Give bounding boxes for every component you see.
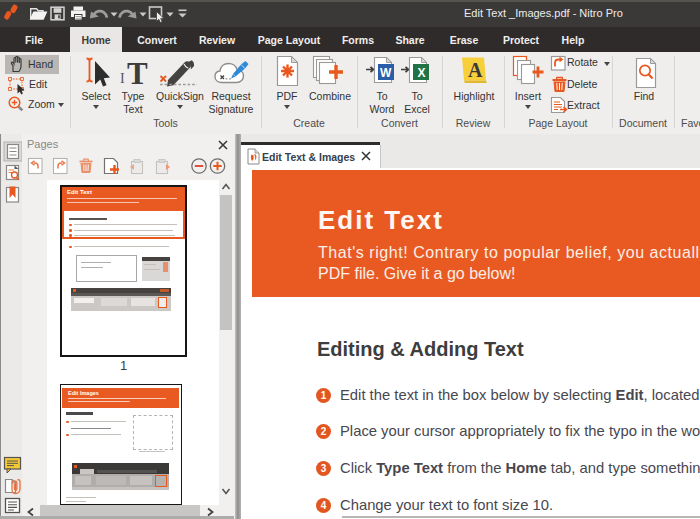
svg-text:W: W [380,66,392,80]
svg-text:I: I [120,71,125,86]
svg-text:X: X [418,66,426,80]
svg-text:T: T [127,56,148,91]
svg-text:A: A [468,59,483,81]
